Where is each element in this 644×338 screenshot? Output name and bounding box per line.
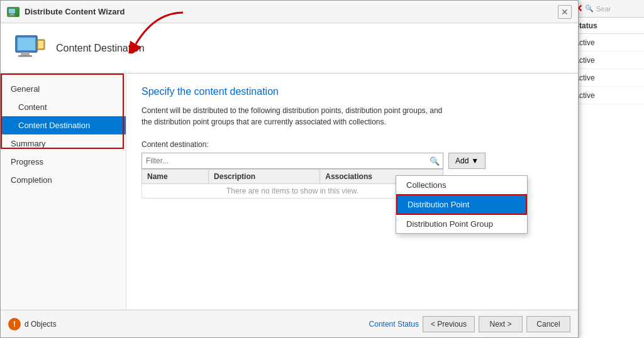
wizard-columns: General Content Content Destination Summ… bbox=[1, 74, 578, 310]
bottom-bar-left: ! d Objects bbox=[8, 318, 57, 330]
main-content: Specify the content destination Content … bbox=[126, 74, 578, 310]
nav-item-general[interactable]: General bbox=[1, 80, 126, 98]
svg-rect-9 bbox=[38, 41, 43, 48]
filter-row: 🔍 Add ▼ bbox=[142, 153, 563, 169]
nav-item-content[interactable]: Content bbox=[1, 98, 126, 116]
bottom-bar: ! d Objects Content Status < Previous Ne… bbox=[1, 310, 578, 337]
close-button[interactable]: ✕ bbox=[558, 5, 572, 19]
status-row-2: Active bbox=[569, 52, 644, 69]
cancel-button[interactable]: Cancel bbox=[526, 316, 570, 332]
svg-rect-6 bbox=[21, 52, 30, 55]
filter-input-wrapper: 🔍 bbox=[142, 153, 443, 169]
status-row-3: Active bbox=[569, 69, 644, 87]
nav-item-summary[interactable]: Summary bbox=[1, 134, 126, 153]
filter-input[interactable] bbox=[142, 153, 443, 169]
nav-item-completion[interactable]: Completion bbox=[1, 171, 126, 189]
dropdown-collections[interactable]: Collections bbox=[396, 176, 527, 194]
col-name: Name bbox=[142, 170, 209, 184]
header-title: Content Destination bbox=[56, 43, 145, 54]
left-nav: General Content Content Destination Summ… bbox=[1, 74, 126, 310]
window-title: Distribute Content Wizard bbox=[25, 7, 125, 16]
status-row-4: Active bbox=[569, 87, 644, 104]
header-icon bbox=[13, 32, 46, 65]
app-icon bbox=[7, 7, 19, 17]
section-title: Specify the content destination bbox=[142, 86, 563, 97]
next-button[interactable]: Next > bbox=[479, 316, 523, 332]
add-dropdown-arrow: ▼ bbox=[471, 156, 479, 165]
status-row-1: Active bbox=[569, 34, 644, 52]
dropdown-menu: Collections Distribution Point Distribut… bbox=[396, 175, 528, 234]
bottom-bar-right: Content Status < Previous Next > Cancel bbox=[369, 316, 570, 332]
nav-item-progress[interactable]: Progress bbox=[1, 153, 126, 171]
search-label: Sear bbox=[596, 5, 611, 13]
svg-rect-5 bbox=[18, 38, 35, 50]
svg-rect-2 bbox=[9, 15, 15, 16]
col-description: Description bbox=[209, 170, 320, 184]
status-column-header: Status bbox=[569, 18, 644, 34]
objects-text: d Objects bbox=[25, 320, 57, 329]
svg-rect-1 bbox=[10, 14, 14, 15]
wizard-window: Distribute Content Wizard ✕ bbox=[0, 0, 579, 338]
svg-rect-7 bbox=[18, 55, 32, 57]
search-icon: 🔍 bbox=[585, 4, 594, 13]
filter-search-icon: 🔍 bbox=[430, 156, 440, 166]
wizard-header: Content Destination bbox=[1, 23, 578, 74]
svg-rect-3 bbox=[9, 9, 15, 13]
bg-panel-header: ✕ 🔍 Sear bbox=[569, 0, 644, 18]
dropdown-distribution-point[interactable]: Distribution Point bbox=[396, 194, 527, 215]
background-panel: ✕ 🔍 Sear Status Active Active Active Act… bbox=[569, 0, 644, 338]
nav-item-content-destination[interactable]: Content Destination bbox=[1, 116, 126, 134]
previous-button[interactable]: < Previous bbox=[423, 316, 475, 332]
add-button[interactable]: Add ▼ bbox=[448, 153, 486, 169]
description-text: Content will be distributed to the follo… bbox=[142, 105, 443, 128]
title-bar: Distribute Content Wizard ✕ bbox=[1, 1, 578, 23]
content-destination-label: Content destination: bbox=[142, 140, 563, 149]
content-status-link[interactable]: Content Status bbox=[369, 320, 419, 329]
wizard-inner: Content Destination General Content Cont… bbox=[1, 23, 578, 337]
warning-icon: ! bbox=[8, 318, 21, 330]
dropdown-distribution-point-group[interactable]: Distribution Point Group bbox=[396, 215, 527, 233]
